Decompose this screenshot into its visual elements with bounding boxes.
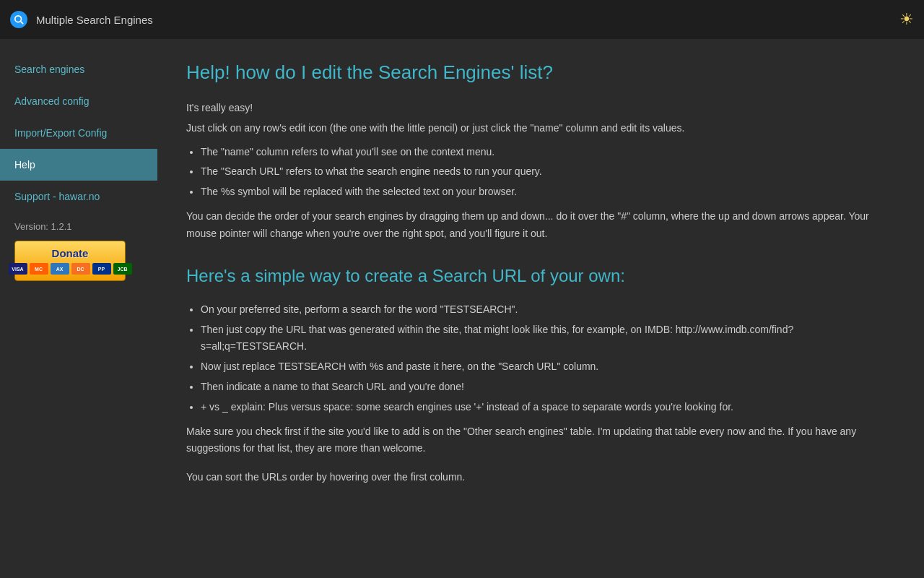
sidebar-item-support[interactable]: Support - hawar.no [0,181,157,212]
intro-line-1: It's really easy! [186,100,895,116]
sidebar-item-import-export[interactable]: Import/Export Config [0,117,157,149]
payment-cards: VISA MC AX DC PP JCB [9,263,132,275]
jcb-card-icon: JCB [113,263,132,275]
drag-order-paragraph: You can decide the order of your search … [186,208,895,243]
list-item: Now just replace TESTSEARCH with %s and … [201,358,895,376]
svg-line-1 [21,22,24,25]
discover-card-icon: DC [71,263,90,275]
help-heading-2: Here's a simple way to create a Search U… [186,264,895,287]
list-item: The %s symbol will be replaced with the … [201,184,895,201]
intro-line-2: Just click on any row's edit icon (the o… [186,120,895,136]
list-item: + vs _ explain: Plus versus space: some … [201,399,895,416]
sidebar-item-search-engines[interactable]: Search engines [0,53,157,85]
donate-label: Donate [52,247,89,259]
mastercard-icon: MC [30,263,48,275]
help-heading-1: Help! how do I edit the Search Engines' … [186,61,895,85]
help-content: Help! how do I edit the Search Engines' … [157,39,924,578]
sun-icon: ☀ [899,10,914,29]
list-item: Then indicate a name to that Search URL … [201,379,895,396]
bullets-list-2: On your preferred site, perform a search… [201,301,895,416]
sort-urls-paragraph: You can sort the URLs order by hovering … [186,469,895,486]
main-layout: Search engines Advanced config Import/Ex… [0,39,924,578]
sidebar-item-help[interactable]: Help [0,149,157,181]
list-item: On your preferred site, perform a search… [201,301,895,319]
paypal-card-icon: PP [92,263,111,275]
visa-card-icon: VISA [9,263,27,275]
version-label: Version: 1.2.1 [0,212,157,238]
list-item: Then just copy the URL that was generate… [201,322,895,356]
donate-button[interactable]: Donate VISA MC AX DC PP JCB [14,241,126,281]
check-table-paragraph: Make sure you check first if the site yo… [186,423,895,458]
svg-point-0 [15,16,22,22]
amex-card-icon: AX [51,263,69,275]
bullets-list-1: The "name" column refers to what you'll … [201,144,895,201]
app-title: Multiple Search Engines [36,14,153,26]
app-icon [10,11,27,28]
sidebar: Search engines Advanced config Import/Ex… [0,39,157,578]
list-item: The "Search URL" refers to what the sear… [201,163,895,181]
list-item: The "name" column refers to what you'll … [201,144,895,161]
titlebar: Multiple Search Engines ☀ [0,0,924,39]
sidebar-item-advanced-config[interactable]: Advanced config [0,85,157,117]
